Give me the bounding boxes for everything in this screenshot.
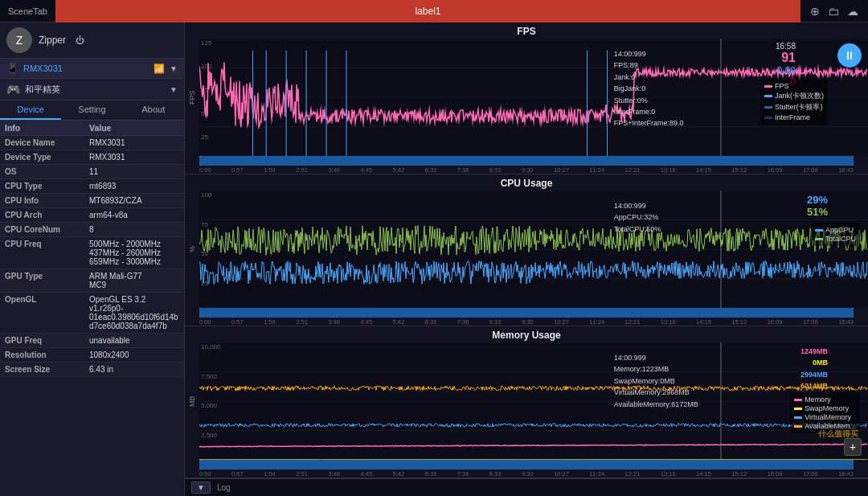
cloud-icon[interactable]: ☁ (847, 5, 858, 18)
fps-chart-section: FPS FPS 14:00:999 FPS:89 Jank:0 BigJank:… (185, 23, 868, 174)
info-value: 8 (89, 224, 179, 235)
fps-legend: FPS Jank(卡顿次数) Stutter(卡顿率) InterFrame (760, 79, 828, 125)
info-value: RMX3031 (89, 137, 179, 148)
collapse-button[interactable]: ▼ (191, 482, 211, 494)
app-selector[interactable]: 🎮 和平精英 ▼ (0, 79, 184, 100)
info-label: GPU Freq (5, 335, 89, 346)
info-row: Resolution1080x2400 (0, 348, 184, 363)
col-info: Info (5, 123, 89, 133)
info-value: RMX3031 (89, 152, 179, 162)
memory-counter: 1249MB 0MB 2994MB 6214MB (800, 346, 828, 392)
wifi-icon: 📶 (154, 64, 165, 74)
info-label: Resolution (5, 350, 89, 360)
device-name-label: RMX3031 (23, 64, 149, 73)
info-value: mt6893 (89, 181, 179, 191)
center-label: label1 (55, 0, 800, 23)
power-icon[interactable]: ⏻ (76, 35, 84, 45)
device-selector[interactable]: 📱 RMX3031 📶 ▼ (0, 59, 184, 79)
watermark: 什么值得买 (818, 428, 858, 440)
info-label: CPU Arch (5, 210, 89, 220)
cpu-counter: 29% 51% (807, 194, 828, 218)
info-label: Device Name (5, 137, 89, 148)
info-row: CPU Typemt6893 (0, 179, 184, 194)
profile-area: Z Zipper ⏻ (0, 23, 184, 59)
info-row: OS11 (0, 165, 184, 179)
app-name-label: 和平精英 (25, 84, 165, 96)
info-label: GPU Type (5, 271, 89, 290)
info-label: CPU Info (5, 195, 89, 206)
username: Zipper (39, 35, 66, 46)
info-row: Device TypeRMX3031 (0, 150, 184, 165)
info-value: 11 (89, 166, 179, 177)
info-row: Device NameRMX3031 (0, 136, 184, 150)
pause-icon: ⏸ (844, 49, 855, 62)
bottom-bar: ▼ Log (185, 478, 868, 496)
memory-x-axis: 0:000:571:542:513:484:455:426:397:368:33… (185, 469, 868, 478)
info-value: 1080x2400 (89, 350, 179, 360)
tab-device[interactable]: Device (0, 100, 61, 120)
info-label: OpenGL (5, 294, 89, 331)
location-icon[interactable]: ⊕ (810, 5, 820, 18)
folder-icon[interactable]: 🗀 (828, 5, 839, 18)
info-label: Device Type (5, 152, 89, 162)
info-row: CPU Archarm64-v8a (0, 208, 184, 223)
info-label: Screen Size (5, 364, 89, 375)
info-value: arm64-v8a (89, 210, 179, 220)
fps-chart-title: FPS (185, 24, 868, 39)
memory-chart-section: Memory Usage MB 14:00:999 Memory:1223MB … (185, 326, 868, 478)
info-label: CPU Type (5, 181, 89, 191)
cpu-legend: AppCPU TotalCPU (811, 223, 860, 246)
memory-chart-title: Memory Usage (185, 328, 868, 342)
col-value: Value (89, 123, 179, 133)
device-icon: 📱 (6, 63, 18, 74)
tab-about[interactable]: About (123, 100, 184, 120)
info-label: OS (5, 166, 89, 177)
info-value: MT6893Z/CZA (89, 195, 179, 206)
cpu-x-axis: 0:000:571:542:513:484:455:426:397:368:33… (185, 318, 868, 326)
info-value: unavailable (89, 335, 179, 346)
plus-button[interactable]: + (844, 438, 862, 456)
cpu-y-label: % (185, 191, 199, 308)
device-dropdown-arrow: ▼ (170, 64, 178, 73)
info-row: CPU Freq500MHz - 2000MHz 437MHz - 2600MH… (0, 237, 184, 269)
plus-icon: + (850, 441, 856, 453)
memory-legend: Memory SwapMemory VirtualMemory Availabl… (790, 392, 860, 433)
app-icon: 🎮 (6, 83, 20, 96)
info-table-header: Info Value (0, 121, 184, 136)
info-row: CPU InfoMT6893Z/CZA (0, 194, 184, 208)
info-row: Screen Size6.43 in (0, 363, 184, 377)
info-row: CPU CoreNum8 (0, 223, 184, 237)
log-label: Log (217, 483, 231, 492)
top-icons-area: ⊕ 🗀 ☁ (800, 5, 868, 18)
fps-x-axis: 0:000:571:542:513:484:455:426:397:368:33… (185, 166, 868, 174)
pause-button[interactable]: ⏸ (837, 43, 862, 68)
info-value: ARM Mali-G77 MC9 (89, 271, 179, 290)
cpu-chart-section: CPU Usage % 14:00:999 AppCPU:32% TotalCP… (185, 174, 868, 326)
avatar: Z (6, 27, 32, 53)
info-table: Info Value Device NameRMX3031Device Type… (0, 121, 184, 496)
info-value: OpenGL ES 3.2 v1.r26p0-01eac0.39806d10f6… (89, 294, 179, 331)
cpu-chart-title: CPU Usage (185, 176, 868, 191)
info-label: CPU CoreNum (5, 224, 89, 235)
app-dropdown-arrow: ▼ (170, 85, 178, 94)
info-value: 500MHz - 2000MHz 437MHz - 2600MHz 659MHz… (89, 239, 179, 267)
info-label: CPU Freq (5, 239, 89, 267)
sidebar-tabs: Device Setting About (0, 100, 184, 121)
memory-canvas (199, 342, 868, 460)
info-value: 6.43 in (89, 364, 179, 375)
tab-setting[interactable]: Setting (61, 100, 122, 120)
cpu-canvas (199, 191, 868, 308)
info-row: OpenGLOpenGL ES 3.2 v1.r26p0-01eac0.3980… (0, 293, 184, 334)
info-row: GPU Frequnavailable (0, 334, 184, 348)
info-row: GPU TypeARM Mali-G77 MC9 (0, 269, 184, 293)
fps-y-label: FPS (185, 39, 199, 156)
scene-tab-label: SceneTab (0, 6, 55, 16)
info-rows-container: Device NameRMX3031Device TypeRMX3031OS11… (0, 136, 184, 377)
memory-y-label: MB (185, 342, 199, 460)
